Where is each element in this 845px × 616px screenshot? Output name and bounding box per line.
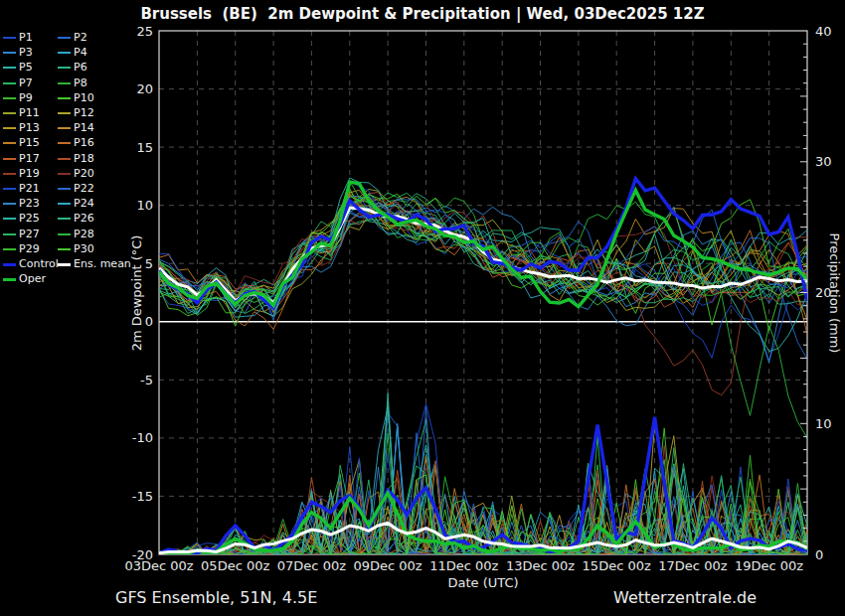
date-tick-label: 03Dec 00z [124, 558, 193, 573]
left-axis-title: 2m Dewpoint (°C) [129, 235, 144, 352]
dewpoint-tick-label: -15 [132, 489, 153, 504]
date-tick-label: 09Dec 00z [353, 558, 422, 573]
member-dewpoint-line [159, 178, 807, 352]
precip-tick-label: 40 [815, 24, 832, 39]
member-dewpoint-line [159, 181, 807, 437]
precip-tick-label: 30 [815, 154, 832, 169]
dewpoint-tick-label: 25 [136, 24, 153, 39]
date-tick-label: 07Dec 00z [277, 558, 346, 573]
dewpoint-tick-label: 20 [136, 81, 153, 96]
member-dewpoint-line [159, 196, 807, 359]
date-tick-label: 17Dec 00z [658, 558, 727, 573]
site-credit-text: Wetterzentrale.de [613, 588, 757, 607]
dewpoint-tick-label: 0 [145, 314, 153, 329]
dewpoint-tick-label: 5 [145, 256, 153, 271]
model-info-text: GFS Ensemble, 51N, 4.5E [115, 588, 317, 607]
dewpoint-tick-label: 15 [136, 140, 153, 155]
dewpoint-tick-label: -5 [140, 373, 153, 387]
data-lines [159, 178, 807, 554]
axis-ticks [800, 44, 807, 541]
meteogram-screen: Brussels (BE) 2m Dewpoint & Precipitatio… [0, 0, 845, 616]
date-tick-label: 19Dec 00z [735, 558, 803, 573]
precip-tick-label: 0 [815, 547, 823, 562]
x-axis-title: Date (UTC) [384, 575, 583, 590]
chart-svg: 2520151050-5-10-15-2040302010003Dec 00z0… [0, 0, 845, 616]
right-axis-title: Precipitation (mm) [827, 233, 842, 354]
date-tick-label: 13Dec 00z [506, 558, 575, 573]
date-tick-label: 15Dec 00z [583, 558, 651, 573]
precip-tick-label: 10 [815, 416, 832, 431]
dewpoint-tick-label: -10 [132, 430, 153, 445]
date-tick-label: 05Dec 00z [201, 558, 269, 573]
dewpoint-tick-label: 10 [136, 198, 153, 213]
date-tick-label: 11Dec 00z [429, 558, 498, 573]
